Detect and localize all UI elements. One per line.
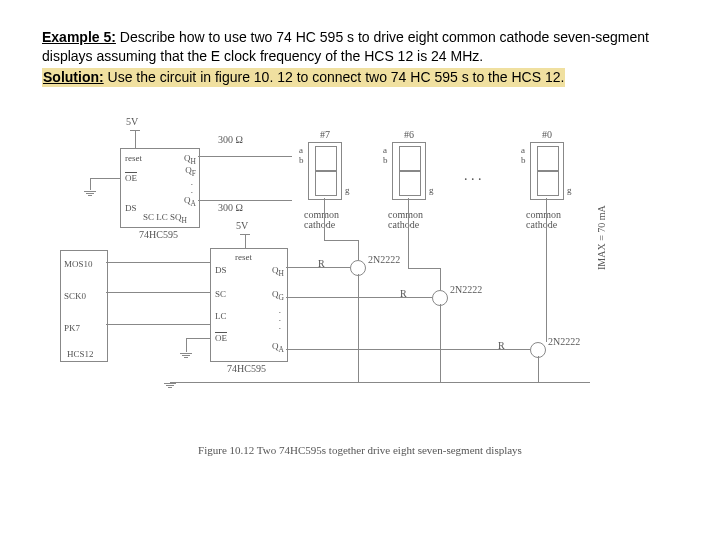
wire — [440, 268, 441, 290]
seven-seg-display-0: #0 a b g — [530, 142, 564, 200]
wire — [286, 349, 530, 350]
transistor-label-3: 2N2222 — [548, 336, 580, 347]
figure-caption: Figure 10.12 Two 74HC595s together drive… — [60, 444, 660, 456]
wire — [324, 240, 358, 241]
wire — [358, 240, 359, 260]
resistor-bottom: 300 Ω — [218, 202, 243, 213]
supply-5v-top: 5V — [126, 116, 138, 127]
wire — [186, 338, 187, 352]
ground-icon — [180, 352, 192, 359]
cathode-label-7: commoncathode — [304, 210, 339, 230]
wire — [440, 304, 441, 382]
pin-reset2: reset — [235, 252, 252, 262]
supply-5v-bottom: 5V — [236, 220, 248, 231]
display-num-6: #6 — [393, 129, 425, 140]
wire — [358, 274, 359, 382]
pin-mos10: MOS10 — [64, 259, 93, 269]
ground-icon — [84, 190, 96, 197]
wire — [106, 324, 210, 325]
problem-line: Example 5: Describe how to use two 74 HC… — [42, 28, 678, 66]
ground-bus — [170, 382, 590, 383]
solution-text: Use the circuit in figure 10. 12 to conn… — [104, 69, 565, 85]
pin-pk7: PK7 — [64, 323, 80, 333]
cathode-label-0: commoncathode — [526, 210, 561, 230]
seven-seg-display-6: #6 a b g — [392, 142, 426, 200]
wire — [408, 198, 409, 268]
display-num-0: #0 — [531, 129, 563, 140]
wire — [90, 178, 91, 190]
wire — [546, 198, 547, 342]
chip1-name: 74HC595 — [139, 229, 178, 240]
solution-label: Solution: — [43, 69, 104, 85]
wire — [324, 198, 325, 240]
resistor-top: 300 Ω — [218, 134, 243, 145]
wire — [130, 130, 140, 131]
transistor-label-1: 2N2222 — [368, 254, 400, 265]
ellipsis: . . . — [464, 168, 482, 184]
problem-text: Describe how to use two 74 HC 595 s to d… — [42, 29, 649, 64]
wire — [408, 268, 440, 269]
wire — [90, 178, 120, 179]
pin-reset: reset — [125, 153, 142, 163]
ground-icon — [164, 382, 176, 389]
pin-sck0: SCK0 — [64, 291, 86, 301]
mcu-hcs12: MOS10 SCK0 PK7 HCS12 — [60, 250, 108, 362]
wire — [286, 297, 432, 298]
wire — [186, 338, 210, 339]
wire — [135, 130, 136, 148]
imax-note: IMAX = 70 mA — [596, 205, 607, 270]
wire — [106, 292, 210, 293]
wire — [106, 262, 210, 263]
chip-74hc595-bottom: reset DS QH SC QG LC . . . OE QA 74HC595 — [210, 248, 288, 362]
wire — [245, 234, 246, 248]
circuit-diagram: 5V reset QH QF . . QA OE DS SC LC SQH 74… — [60, 120, 660, 460]
wire — [198, 156, 292, 157]
display-num-7: #7 — [309, 129, 341, 140]
transistor-label-2: 2N2222 — [450, 284, 482, 295]
wire — [240, 234, 250, 235]
mcu-name: HCS12 — [67, 349, 94, 359]
wire — [198, 200, 292, 201]
wire — [538, 356, 539, 382]
pin-oe: OE — [125, 173, 137, 183]
cathode-label-6: commoncathode — [388, 210, 423, 230]
problem-header: Example 5: Describe how to use two 74 HC… — [0, 0, 720, 93]
chip2-name: 74HC595 — [227, 363, 266, 374]
wire — [286, 267, 350, 268]
seven-seg-display-7: #7 a b g — [308, 142, 342, 200]
solution-line: Solution: Use the circuit in figure 10. … — [42, 68, 678, 87]
chip-74hc595-top: reset QH QF . . QA OE DS SC LC SQH 74HC5… — [120, 148, 200, 228]
example-label: Example 5: — [42, 29, 116, 45]
